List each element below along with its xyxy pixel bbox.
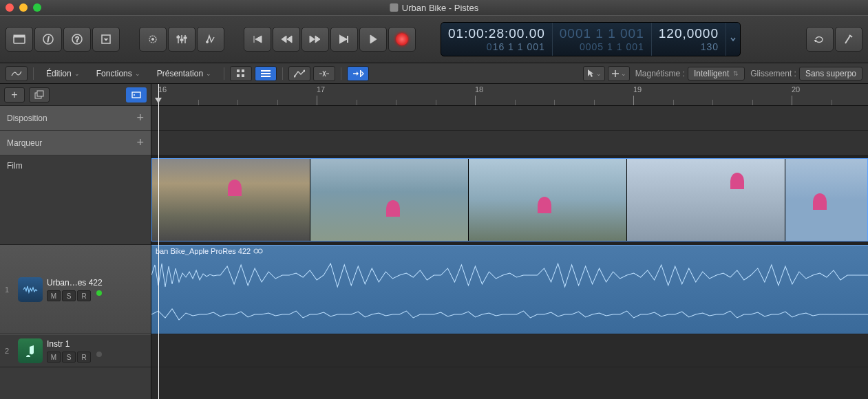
ruler[interactable]: 16 17 18 19 20 (151, 84, 868, 106)
rewind-button[interactable] (273, 27, 300, 52)
movie-thumbnail (469, 159, 627, 241)
svg-point-8 (152, 39, 154, 41)
inspector-button[interactable]: i (34, 27, 62, 52)
tracks-toolbar: Édition⌄ Fonctions⌄ Présentation⌄ ⌄ ⌄ Ma… (0, 63, 868, 84)
svg-rect-13 (237, 69, 240, 72)
drag-dropdown[interactable]: Sans superpo (799, 67, 862, 80)
svg-point-12 (207, 41, 209, 43)
ruler-mark: 20 (792, 85, 800, 94)
svg-rect-24 (37, 91, 43, 96)
pointer-tool[interactable]: ⌄ (583, 66, 605, 81)
playhead[interactable] (158, 84, 159, 399)
help-button[interactable]: ? (63, 27, 91, 52)
audio-region[interactable]: ban Bike_Apple ProRes 422 (151, 245, 868, 334)
ruler-mark: 18 (475, 85, 483, 94)
svg-rect-14 (242, 69, 244, 72)
window-minimize[interactable] (19, 3, 28, 12)
svg-rect-15 (237, 74, 240, 77)
instrument-track-icon (18, 338, 43, 363)
ruler-tick (396, 100, 396, 105)
track-panel: + Disposition + Marqueur + Film 1 Urban…… (0, 84, 151, 399)
duplicate-track-button[interactable] (29, 87, 50, 103)
disposition-label: Disposition (7, 114, 47, 123)
ruler-tick (673, 100, 674, 105)
window-zoom[interactable] (33, 3, 41, 12)
record-button[interactable] (388, 27, 416, 52)
arrangement-lane[interactable] (151, 106, 868, 131)
ruler-tick (752, 100, 753, 105)
audio-lane-2[interactable] (151, 334, 868, 367)
track-header-2[interactable]: 2 Instr 1 M S R (0, 334, 151, 367)
record-icon (396, 33, 408, 45)
ruler-tick (554, 100, 555, 105)
menu-fonctions[interactable]: Fonctions⌄ (89, 66, 147, 81)
global-row-film[interactable]: Film (0, 155, 151, 245)
add-arrangement-icon[interactable]: + (136, 111, 144, 125)
timeline[interactable]: 16 17 18 19 20 ban Bike_Apple ProRes 422 (151, 84, 868, 399)
movie-lane[interactable] (151, 155, 868, 245)
record-enable-button[interactable]: R (77, 290, 91, 301)
mute-button[interactable]: M (47, 352, 61, 363)
editors-button[interactable] (197, 27, 224, 52)
svg-text:?: ? (75, 36, 79, 43)
secondary-tool[interactable]: ⌄ (608, 66, 630, 81)
lcd-timecode: 01:00:28:00.00 (448, 26, 545, 41)
play-button[interactable] (359, 27, 387, 52)
toolbar-dropdown[interactable] (92, 27, 120, 52)
solo-button[interactable]: S (62, 290, 76, 301)
svg-rect-1 (14, 35, 25, 37)
snap-label: Magnétisme : (635, 69, 685, 78)
add-marker-icon[interactable]: + (136, 136, 144, 150)
svg-rect-18 (261, 73, 271, 74)
ruler-tick (436, 100, 436, 105)
goto-start-button[interactable] (244, 27, 271, 52)
chevron-down-icon[interactable] (730, 25, 736, 53)
menu-presentation[interactable]: Présentation⌄ (150, 66, 218, 81)
loop-button[interactable] (806, 27, 834, 52)
goto-end-button[interactable] (330, 27, 358, 52)
ruler-tick (277, 100, 278, 105)
view-grid-button[interactable] (230, 66, 252, 81)
view-list-button[interactable] (255, 66, 277, 81)
mixer-button[interactable] (168, 27, 195, 52)
marker-lane[interactable] (151, 131, 868, 155)
catch-playhead-button[interactable] (347, 66, 369, 81)
lcd-alt2: 0005 1 1 001 (560, 41, 644, 52)
window-title: Urban Bike - Pistes (390, 3, 478, 13)
automation-button[interactable] (288, 66, 310, 81)
lcd-display[interactable]: 01:00:28:00.00 016 1 1 001 0001 1 1 001 … (441, 22, 741, 56)
smart-controls-button[interactable] (139, 27, 167, 52)
forward-button[interactable] (301, 27, 329, 52)
ruler-tick (237, 100, 238, 105)
movie-clip[interactable] (151, 158, 868, 241)
mute-button[interactable]: M (47, 290, 61, 301)
movie-thumbnail (310, 159, 469, 241)
ruler-mark: 17 (317, 85, 325, 94)
window-title-text: Urban Bike - Pistes (402, 3, 478, 13)
svg-point-28 (258, 249, 262, 253)
notes-button[interactable] (835, 27, 862, 52)
solo-button[interactable]: S (62, 352, 76, 363)
chevron-down-icon: ⌄ (74, 70, 80, 77)
menu-edition[interactable]: Édition⌄ (39, 66, 87, 81)
svg-point-26 (134, 94, 135, 96)
track-header-1[interactable]: 1 Urban…es 422 M S R (0, 245, 151, 334)
library-button[interactable] (6, 27, 33, 52)
add-track-button[interactable]: + (4, 87, 25, 103)
global-row-marqueur[interactable]: Marqueur + (0, 131, 151, 155)
waveform (151, 301, 868, 328)
ruler-mark: 16 (158, 85, 167, 94)
chevron-down-icon: ⌄ (206, 70, 211, 77)
automation-curve-button[interactable] (6, 66, 28, 81)
svg-rect-25 (132, 92, 140, 98)
window-close[interactable] (6, 3, 14, 12)
global-tracks-button[interactable] (126, 87, 147, 103)
record-enable-button[interactable]: R (77, 352, 91, 363)
film-label: Film (7, 161, 23, 171)
ruler-tick (832, 100, 832, 105)
global-row-disposition[interactable]: Disposition + (0, 106, 151, 131)
audio-lane-1[interactable]: ban Bike_Apple ProRes 422 (151, 245, 868, 334)
flex-button[interactable] (313, 66, 335, 81)
snap-dropdown[interactable]: Intelligent⇅ (688, 67, 745, 80)
document-icon (390, 3, 398, 12)
